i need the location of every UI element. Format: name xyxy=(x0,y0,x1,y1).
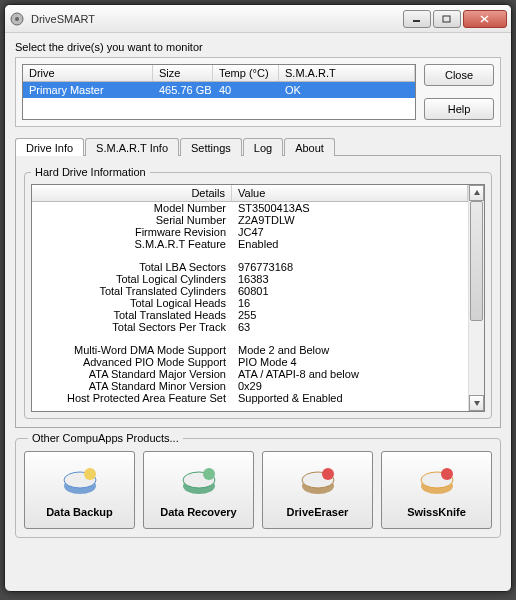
scroll-down-button[interactable] xyxy=(469,395,484,411)
svg-point-1 xyxy=(15,17,19,21)
detail-row[interactable]: Total Translated Cylinders60801 xyxy=(32,285,468,297)
detail-row[interactable]: Total Sectors Per Track63 xyxy=(32,321,468,333)
tab-smart-info[interactable]: S.M.A.R.T Info xyxy=(85,138,179,156)
drive-list[interactable]: Drive Size Temp (°C) S.M.A.R.T Primary M… xyxy=(22,64,416,120)
svg-rect-3 xyxy=(443,16,450,22)
instruction-text: Select the drive(s) you want to monitor xyxy=(15,41,501,53)
detail-row[interactable]: Firmware RevisionJC47 xyxy=(32,226,468,238)
col-drive[interactable]: Drive xyxy=(23,65,153,81)
product-disk-recovery[interactable]: Data Recovery xyxy=(143,451,254,529)
tab-log[interactable]: Log xyxy=(243,138,283,156)
products-group: Other CompuApps Products... Data BackupD… xyxy=(15,438,501,538)
details-header: Details Value xyxy=(32,185,468,202)
app-icon xyxy=(9,11,25,27)
col-details[interactable]: Details xyxy=(32,185,232,201)
group-title: Hard Drive Information xyxy=(31,166,150,178)
products-title: Other CompuApps Products... xyxy=(28,432,183,444)
drive-list-header: Drive Size Temp (°C) S.M.A.R.T xyxy=(23,65,415,82)
product-disk-eraser[interactable]: DriveEraser xyxy=(262,451,373,529)
detail-row[interactable]: Total LBA Sectors976773168 xyxy=(32,261,468,273)
product-disk-backup[interactable]: Data Backup xyxy=(24,451,135,529)
svg-marker-7 xyxy=(474,401,480,406)
window-title: DriveSMART xyxy=(31,13,403,25)
svg-marker-6 xyxy=(474,190,480,195)
col-smart[interactable]: S.M.A.R.T xyxy=(279,65,415,81)
scroll-up-button[interactable] xyxy=(469,185,484,201)
scroll-track[interactable] xyxy=(469,201,484,395)
detail-row[interactable]: ATA Standard Major VersionATA / ATAPI-8 … xyxy=(32,368,468,380)
tab-about[interactable]: About xyxy=(284,138,335,156)
detail-row[interactable]: Total Logical Heads16 xyxy=(32,297,468,309)
titlebar[interactable]: DriveSMART xyxy=(5,5,511,33)
svg-point-19 xyxy=(441,468,453,480)
minimize-button[interactable] xyxy=(403,10,431,28)
details-list[interactable]: Model NumberST3500413ASSerial NumberZ2A9… xyxy=(32,202,468,408)
col-value[interactable]: Value xyxy=(232,185,468,201)
detail-row[interactable]: S.M.A.R.T FeatureEnabled xyxy=(32,238,468,250)
svg-point-10 xyxy=(84,468,96,480)
tab-strip: Drive Info S.M.A.R.T Info Settings Log A… xyxy=(15,137,501,156)
tab-drive-info[interactable]: Drive Info xyxy=(15,138,84,156)
svg-point-16 xyxy=(322,468,334,480)
product-swissknife[interactable]: SwissKnife xyxy=(381,451,492,529)
hard-drive-info-group: Hard Drive Information Details Value Mod… xyxy=(24,166,492,419)
close-window-button[interactable] xyxy=(463,10,507,28)
drive-row[interactable]: Primary Master 465.76 GB 40 OK xyxy=(23,82,415,98)
disk-eraser-icon xyxy=(298,462,338,502)
detail-row[interactable]: Model NumberST3500413AS xyxy=(32,202,468,214)
tab-settings[interactable]: Settings xyxy=(180,138,242,156)
detail-row[interactable]: Multi-Word DMA Mode SupportMode 2 and Be… xyxy=(32,344,468,356)
detail-row[interactable]: Total Logical Cylinders16383 xyxy=(32,273,468,285)
disk-backup-icon xyxy=(60,462,100,502)
close-button[interactable]: Close xyxy=(424,64,494,86)
help-button[interactable]: Help xyxy=(424,98,494,120)
disk-recovery-icon xyxy=(179,462,219,502)
scroll-thumb[interactable] xyxy=(470,201,483,321)
detail-row[interactable]: Total Translated Heads255 xyxy=(32,309,468,321)
scrollbar[interactable] xyxy=(468,185,484,411)
col-temp[interactable]: Temp (°C) xyxy=(213,65,279,81)
detail-row[interactable]: ATA Standard Minor Version0x29 xyxy=(32,380,468,392)
detail-row[interactable]: Host Protected Area Feature SetSupported… xyxy=(32,392,468,404)
svg-point-13 xyxy=(203,468,215,480)
maximize-button[interactable] xyxy=(433,10,461,28)
col-size[interactable]: Size xyxy=(153,65,213,81)
detail-row[interactable]: Advanced PIO Mode SupportPIO Mode 4 xyxy=(32,356,468,368)
swissknife-icon xyxy=(417,462,457,502)
detail-row[interactable]: Serial NumberZ2A9TDLW xyxy=(32,214,468,226)
